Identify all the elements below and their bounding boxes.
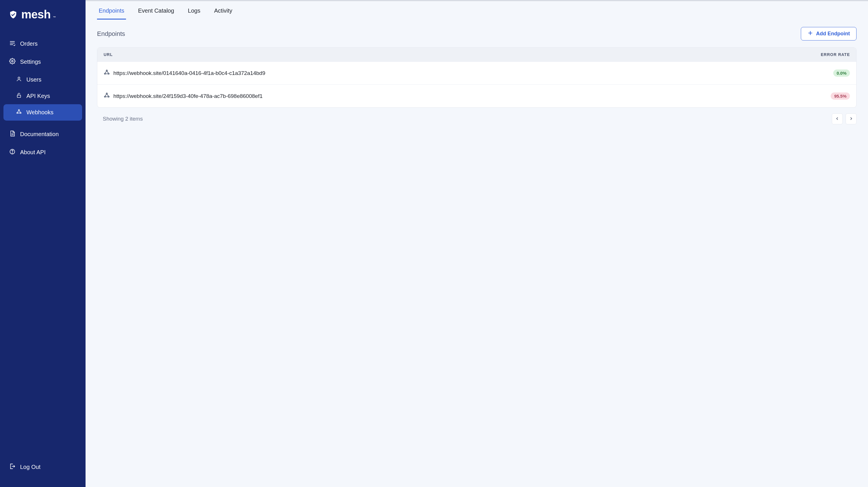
add-endpoint-label: Add Endpoint [816,31,850,37]
svg-point-3 [19,110,20,111]
table-row[interactable]: https://webhook.site/0141640a-0416-4f1a-… [97,61,856,84]
svg-point-12 [104,96,105,97]
sidebar-item-documentation[interactable]: Documentation [3,126,82,143]
webhook-icon [104,92,113,100]
svg-point-11 [106,93,107,94]
error-rate-badge: 95.5% [831,92,850,100]
next-page-button[interactable] [846,114,857,124]
column-header-error-rate: ERROR RATE [810,52,850,57]
help-icon [9,148,16,156]
trademark-icon: ™ [53,16,56,19]
endpoint-url: https://webhook.site/0141640a-0416-4f1a-… [113,70,810,77]
svg-point-10 [108,73,109,74]
sidebar-item-orders[interactable]: Orders [3,35,82,52]
svg-point-4 [17,112,18,114]
sidebar-item-settings[interactable]: Settings [3,53,82,70]
prev-page-button[interactable] [832,114,843,124]
svg-point-7 [12,153,12,153]
sidebar-item-label: Orders [20,40,38,47]
person-icon [16,76,22,83]
pager [832,114,857,124]
sidebar-item-label: API Keys [26,93,50,99]
list-icon [9,40,16,48]
shield-check-icon [9,10,18,19]
svg-point-1 [18,77,20,79]
webhook-icon [16,109,22,116]
sidebar-nav: Orders Settings Users [0,27,86,456]
svg-point-0 [11,60,13,62]
main-panel: Endpoints Event Catalog Logs Activity En… [86,0,868,487]
brand-name: mesh [21,8,51,21]
add-endpoint-button[interactable]: Add Endpoint [801,27,857,40]
plus-icon [807,30,813,37]
svg-point-8 [106,70,107,71]
endpoint-url: https://webhook.site/24f159d3-40fe-478a-… [113,93,810,99]
svg-point-9 [104,73,105,74]
brand-logo: mesh ™ [0,0,86,27]
svg-rect-2 [17,95,21,97]
document-icon [9,130,16,138]
logout-icon [9,463,16,471]
sidebar-item-label: Users [26,77,41,83]
logout-label: Log Out [20,464,40,470]
logout-button[interactable]: Log Out [3,459,82,476]
table-header: URL ERROR RATE [97,48,856,61]
svg-point-5 [20,112,21,114]
sidebar-item-label: About API [20,149,45,156]
sidebar-item-label: Webhooks [26,109,53,116]
endpoints-table: URL ERROR RATE https://webhook.site/0141… [97,48,857,108]
sidebar-item-users[interactable]: Users [3,71,82,88]
table-row[interactable]: https://webhook.site/24f159d3-40fe-478a-… [97,84,856,108]
showing-count: Showing 2 items [103,116,143,122]
error-rate-badge: 0.0% [833,69,850,77]
sidebar-item-apikeys[interactable]: API Keys [3,88,82,104]
sidebar-item-label: Documentation [20,131,59,138]
sidebar: mesh ™ Orders Settings [0,0,86,487]
sidebar-item-label: Settings [20,59,41,65]
lock-open-icon [16,92,22,100]
tab-logs[interactable]: Logs [186,1,202,20]
tab-endpoints[interactable]: Endpoints [97,1,126,20]
sidebar-item-about[interactable]: About API [3,144,82,161]
chevron-left-icon [835,117,839,121]
tab-activity[interactable]: Activity [212,1,234,20]
tab-event-catalog[interactable]: Event Catalog [136,1,176,20]
column-header-url: URL [104,52,810,57]
page-title: Endpoints [97,30,125,38]
gear-icon [9,58,16,66]
chevron-right-icon [849,117,853,121]
tab-bar: Endpoints Event Catalog Logs Activity [86,1,868,20]
svg-point-13 [108,96,109,97]
sidebar-item-webhooks[interactable]: Webhooks [3,104,82,121]
webhook-icon [104,69,113,77]
